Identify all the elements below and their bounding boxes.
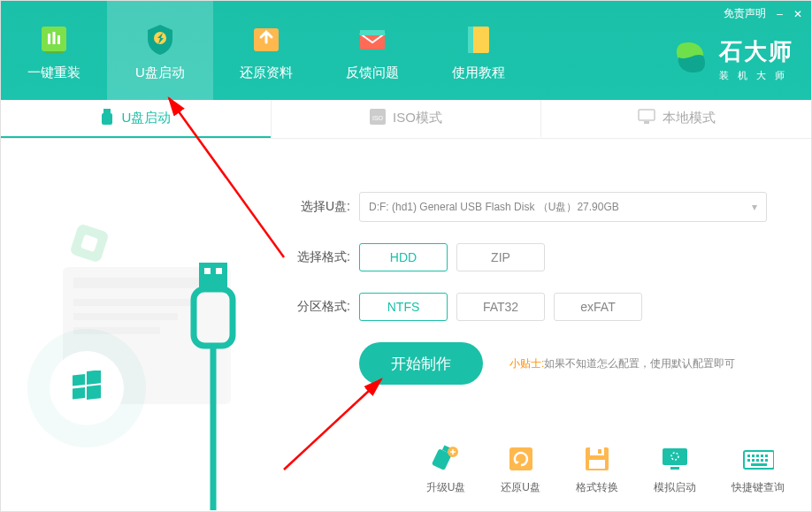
monitor-icon [638, 109, 655, 127]
close-button[interactable]: ✕ [793, 8, 802, 20]
brand: 石大师 装机大师 [671, 36, 793, 82]
disclaimer-link[interactable]: 免责声明 [724, 6, 766, 21]
start-row: 开始制作 小贴士:如果不知道怎么配置，使用默认配置即可 [359, 342, 767, 385]
tip-text: 小贴士:如果不知道怎么配置，使用默认配置即可 [509, 356, 735, 371]
fs-opt-fat32[interactable]: FAT32 [456, 293, 545, 321]
format-row: 选择格式: HDD ZIP [284, 243, 767, 271]
svg-rect-45 [756, 459, 759, 462]
usb-select[interactable]: D:F: (hd1) General USB Flash Disk （U盘）27… [359, 192, 767, 222]
tool-format-convert[interactable]: 格式转换 [576, 443, 618, 495]
svg-rect-20 [87, 385, 101, 400]
simulate-icon [659, 443, 691, 475]
nav-label: U盘启动 [135, 65, 185, 81]
format-opt-zip[interactable]: ZIP [456, 243, 545, 271]
content: 选择U盘: D:F: (hd1) General USB Flash Disk … [1, 139, 811, 511]
keyboard-icon [742, 443, 774, 475]
svg-rect-1 [48, 34, 50, 44]
svg-text:ISO: ISO [372, 115, 384, 121]
tool-label: 模拟启动 [654, 480, 696, 495]
usb-select-label: 选择U盘: [284, 199, 350, 215]
svg-rect-8 [360, 30, 385, 35]
tab-usb-boot[interactable]: U盘启动 [1, 100, 271, 138]
usb-plug-illustration [187, 263, 240, 512]
svg-rect-41 [761, 455, 763, 457]
svg-rect-46 [761, 459, 763, 462]
windows-badge [50, 351, 124, 425]
tool-upgrade-usb[interactable]: 升级U盘 [426, 443, 466, 495]
tip-highlight: 小贴士: [509, 357, 544, 370]
tab-iso[interactable]: ISO ISO模式 [271, 100, 541, 138]
tool-label: 快捷键查询 [732, 480, 785, 495]
nav-reinstall[interactable]: 一键重装 [1, 1, 107, 100]
usb-upgrade-icon [430, 443, 462, 475]
svg-rect-10 [468, 27, 473, 53]
tool-restore-usb[interactable]: 还原U盘 [501, 443, 540, 495]
fs-row: 分区格式: NTFS FAT32 exFAT [284, 293, 767, 321]
svg-rect-12 [102, 113, 112, 125]
usb-select-value: D:F: (hd1) General USB Flash Disk （U盘）27… [369, 200, 619, 215]
minimize-button[interactable]: – [777, 8, 783, 20]
svg-rect-3 [57, 35, 60, 44]
chevron-down-icon: ▾ [752, 201, 757, 213]
svg-rect-32 [598, 449, 601, 454]
usb-select-row: 选择U盘: D:F: (hd1) General USB Flash Disk … [284, 192, 767, 222]
svg-rect-21 [199, 263, 227, 289]
svg-rect-43 [747, 459, 750, 462]
illustration-panel [1, 139, 275, 511]
restore-icon [248, 20, 285, 57]
tool-simulate-boot[interactable]: 模拟启动 [654, 443, 696, 495]
usb-restore-icon [505, 443, 537, 475]
svg-rect-44 [752, 459, 755, 462]
nav-tutorial[interactable]: 使用教程 [425, 1, 532, 100]
format-opt-hdd[interactable]: HDD [359, 243, 448, 271]
svg-rect-15 [639, 110, 655, 120]
nav-label: 使用教程 [452, 65, 505, 81]
brand-title: 石大师 [719, 36, 793, 67]
nav-usb-boot[interactable]: U盘启动 [107, 1, 213, 100]
svg-rect-42 [765, 455, 768, 457]
nav-label: 一键重装 [27, 65, 80, 81]
iso-icon: ISO [370, 109, 386, 127]
svg-rect-24 [194, 289, 233, 346]
nav-label: 反馈问题 [346, 65, 399, 81]
window-controls: 免责声明 – ✕ [724, 6, 802, 21]
form-panel: 选择U盘: D:F: (hd1) General USB Flash Disk … [275, 139, 811, 511]
start-button[interactable]: 开始制作 [359, 342, 483, 385]
mode-tabs: U盘启动 ISO ISO模式 本地模式 [1, 100, 811, 139]
nav-label: 还原资料 [240, 65, 293, 81]
fs-opt-ntfs[interactable]: NTFS [359, 293, 448, 321]
svg-rect-36 [670, 467, 679, 470]
svg-rect-23 [216, 268, 222, 274]
usb-shield-icon [142, 20, 179, 57]
svg-rect-34 [663, 448, 687, 465]
tab-label: 本地模式 [663, 110, 716, 126]
reinstall-icon [35, 20, 73, 57]
brand-logo-icon [671, 38, 710, 80]
svg-rect-29 [509, 447, 532, 470]
tab-local[interactable]: 本地模式 [540, 100, 811, 138]
tool-hotkey-query[interactable]: 快捷键查询 [732, 443, 785, 495]
brand-subtitle: 装机大师 [719, 69, 793, 82]
fs-opt-exfat[interactable]: exFAT [554, 293, 642, 321]
svg-rect-16 [644, 121, 649, 124]
toolbar: 升级U盘 还原U盘 格式转换 模拟启动 快捷键查询 [426, 443, 785, 495]
tool-label: 格式转换 [576, 480, 618, 495]
nav-restore[interactable]: 还原资料 [213, 1, 319, 100]
header: 免责声明 – ✕ 一键重装 U盘启动 还原资料 反馈问题 [1, 1, 811, 100]
tab-label: U盘启动 [121, 110, 171, 126]
svg-rect-39 [752, 455, 755, 457]
book-icon [460, 20, 497, 57]
svg-rect-40 [756, 455, 759, 457]
format-label: 选择格式: [284, 249, 350, 265]
nav-feedback[interactable]: 反馈问题 [319, 1, 425, 100]
tool-label: 升级U盘 [426, 480, 466, 495]
usb-icon [100, 109, 114, 127]
svg-rect-19 [73, 387, 85, 399]
svg-rect-17 [73, 374, 85, 386]
mail-icon [354, 20, 391, 57]
svg-rect-47 [765, 459, 768, 462]
tab-label: ISO模式 [393, 110, 442, 126]
tool-label: 还原U盘 [501, 480, 540, 495]
svg-rect-4 [45, 51, 63, 54]
fs-label: 分区格式: [284, 299, 350, 315]
